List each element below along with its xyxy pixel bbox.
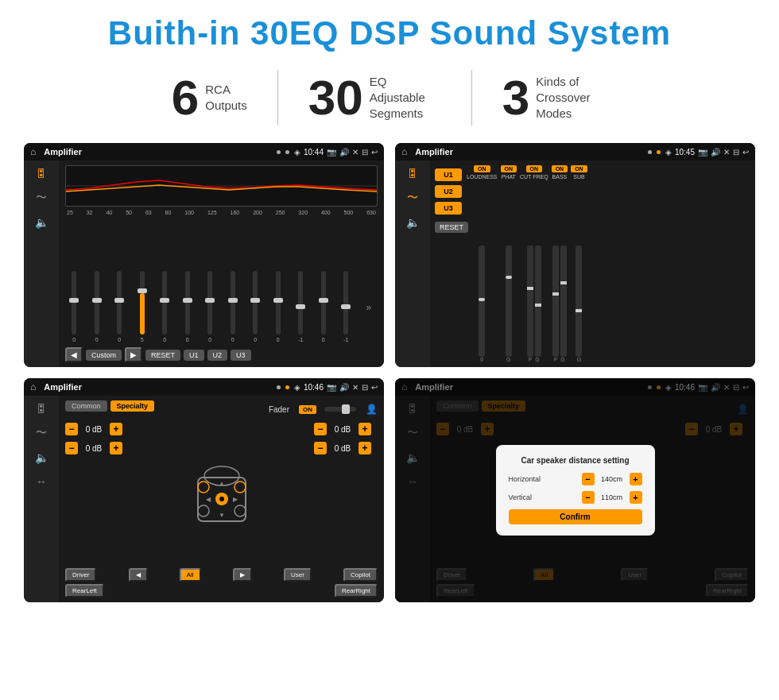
bass-on[interactable]: ON: [552, 165, 568, 172]
loudness-slider[interactable]: [479, 246, 485, 357]
crossover-time: 10:45: [675, 148, 695, 157]
location-icon: ◈: [294, 148, 300, 157]
profile-icon[interactable]: 👤: [366, 404, 378, 415]
dialog-horizontal-plus[interactable]: +: [630, 473, 642, 485]
eq-slider-0: 0: [65, 271, 83, 342]
fader-sidebar-eq[interactable]: 🎛: [36, 402, 47, 415]
fader-btn-right-arrow[interactable]: ▶: [233, 568, 252, 582]
db-plus-3[interactable]: +: [358, 423, 371, 435]
fader-bottom-row: Driver ◀ All ▶ User Copilot: [65, 568, 378, 582]
dialog-vertical-row: Vertical − 110cm +: [509, 491, 642, 504]
crossover-app-name: Amplifier: [415, 147, 643, 157]
fader-on-btn[interactable]: ON: [299, 405, 316, 414]
bass-slider-g[interactable]: [560, 246, 567, 357]
fader-sidebar-speaker[interactable]: 🔈: [35, 451, 48, 464]
phat-slider[interactable]: [506, 246, 512, 357]
fader-btn-driver[interactable]: Driver: [65, 568, 96, 582]
db-plus-2[interactable]: +: [110, 442, 122, 454]
eq-slider-9: 0: [269, 271, 288, 342]
db-value-3: 0 dB: [330, 425, 355, 434]
eq-prev-btn[interactable]: ◀: [65, 347, 83, 362]
crossover-channels: ON LOUDNESS 0 ON: [467, 165, 750, 362]
eq-next-btn[interactable]: ▶: [125, 347, 142, 362]
crossover-reset-btn[interactable]: RESET: [435, 222, 468, 233]
fader-camera: 📷: [327, 383, 336, 392]
crossover-home-icon[interactable]: ⌂: [401, 146, 407, 157]
eq-u2-btn[interactable]: U2: [207, 350, 228, 361]
db-minus-1[interactable]: −: [65, 423, 78, 435]
fader-btn-left-arrow[interactable]: ◀: [129, 568, 148, 582]
fader-knob[interactable]: [342, 404, 350, 414]
crossover-u2[interactable]: U2: [435, 185, 462, 198]
fader-screen-content: 🎛 〜 🔈 ↔ Common Specialty Fader ON: [24, 396, 384, 602]
db-plus-4[interactable]: +: [358, 442, 371, 454]
fader-tab-specialty[interactable]: Specialty: [110, 400, 155, 412]
fader-sidebar-arrows[interactable]: ↔: [36, 475, 47, 488]
eq-slider-11: 0: [315, 271, 333, 342]
eq-screen-content: 🎛 〜 🔈 25 32 40: [24, 160, 384, 367]
db-minus-3[interactable]: −: [314, 423, 327, 435]
eq-reset-btn[interactable]: RESET: [145, 350, 180, 361]
home-icon[interactable]: ⌂: [30, 146, 36, 157]
db-value-4: 0 dB: [330, 444, 355, 453]
eq-track-0[interactable]: [72, 271, 76, 335]
db-plus-1[interactable]: +: [110, 423, 122, 435]
crossover-u3[interactable]: U3: [435, 202, 462, 215]
crossover-sidebar-wave[interactable]: 〜: [407, 191, 418, 205]
dialog-vertical-plus[interactable]: +: [630, 491, 642, 504]
back-icon[interactable]: ↩: [371, 148, 378, 157]
bass-name: BASS: [552, 174, 568, 180]
fader-home-icon[interactable]: ⌂: [30, 381, 36, 393]
dialog-vertical-minus[interactable]: −: [582, 491, 595, 504]
db-minus-2[interactable]: −: [65, 442, 78, 454]
fader-btn-copilot[interactable]: Copilot: [343, 568, 378, 582]
fader-btn-user[interactable]: User: [284, 568, 312, 582]
fader-tab-common[interactable]: Common: [65, 400, 107, 412]
features-row: 6 RCA Outputs 30 EQ Adjustable Segments …: [24, 70, 755, 126]
fader-app-name: Amplifier: [44, 382, 272, 392]
bass-slider-f[interactable]: [552, 246, 559, 357]
cutfreq-slider-f[interactable]: [527, 246, 533, 357]
phat-on[interactable]: ON: [501, 165, 517, 172]
crossover-sidebar-eq[interactable]: 🎛: [407, 167, 418, 180]
fader-btn-all[interactable]: All: [180, 568, 201, 582]
eq-expand-arrow[interactable]: »: [360, 271, 378, 342]
eq-app-name: Amplifier: [44, 147, 272, 157]
sub-slider[interactable]: [576, 246, 582, 357]
cutfreq-slider-g[interactable]: [535, 246, 541, 357]
fader-time: 10:46: [304, 383, 324, 392]
fader-sidebar-wave[interactable]: 〜: [36, 426, 47, 440]
crossover-location: ◈: [665, 148, 672, 157]
confirm-button[interactable]: Confirm: [509, 509, 642, 524]
db-control-1: − 0 dB +: [65, 423, 129, 435]
fader-sidebar: 🎛 〜 🔈 ↔: [24, 396, 59, 602]
fader-track[interactable]: [324, 407, 356, 412]
eq-preset-label[interactable]: Custom: [86, 350, 122, 361]
dialog-horizontal-minus[interactable]: −: [582, 473, 595, 485]
channel-cutfreq: ON CUT FREQ F G: [520, 165, 548, 362]
eq-sidebar-wave[interactable]: 〜: [36, 191, 47, 205]
fader-screen: ⌂ Amplifier ◈ 10:46 📷 🔊 ✕ ⊟ ↩ 🎛 〜: [24, 378, 384, 602]
crossover-status-bar: ⌂ Amplifier ◈ 10:45 📷 🔊 ✕ ⊟ ↩: [395, 143, 755, 160]
sub-on[interactable]: ON: [571, 165, 587, 172]
volume-icon: 🔊: [339, 148, 349, 157]
eq-sidebar: 🎛 〜 🔈: [24, 160, 59, 367]
db-value-1: 0 dB: [81, 425, 107, 434]
eq-sidebar-tuning[interactable]: 🎛: [36, 167, 47, 180]
cutfreq-name: CUT FREQ: [520, 174, 548, 180]
fader-btn-rearleft[interactable]: RearLeft: [65, 584, 104, 598]
fader-btn-rearright[interactable]: RearRight: [335, 584, 378, 598]
cutfreq-on[interactable]: ON: [526, 165, 543, 172]
fader-volume: 🔊: [339, 383, 349, 392]
eq-sidebar-speaker[interactable]: 🔈: [35, 216, 48, 229]
eq-u3-btn[interactable]: U3: [231, 350, 251, 361]
db-minus-4[interactable]: −: [314, 442, 327, 454]
fader-back[interactable]: ↩: [371, 383, 378, 392]
eq-u1-btn[interactable]: U1: [184, 350, 204, 361]
crossover-sidebar-speaker[interactable]: 🔈: [406, 216, 420, 229]
feature-text-eq: EQ Adjustable Segments: [370, 74, 441, 122]
crossover-u1[interactable]: U1: [435, 168, 462, 181]
camera-icon: 📷: [327, 148, 336, 157]
crossover-back[interactable]: ↩: [742, 148, 749, 157]
loudness-on[interactable]: ON: [474, 165, 490, 172]
